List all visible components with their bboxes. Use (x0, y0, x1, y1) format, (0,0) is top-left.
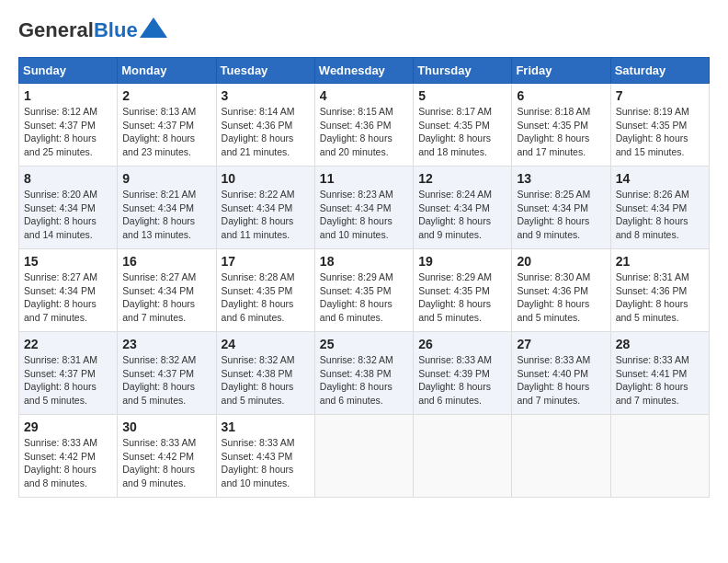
calendar-cell: 11Sunrise: 8:23 AMSunset: 4:34 PMDayligh… (314, 167, 413, 249)
calendar-cell: 19Sunrise: 8:29 AMSunset: 4:35 PMDayligh… (414, 249, 512, 332)
calendar-cell: 17Sunrise: 8:28 AMSunset: 4:35 PMDayligh… (216, 249, 314, 332)
calendar-cell: 28Sunrise: 8:33 AMSunset: 4:41 PMDayligh… (610, 332, 709, 415)
weekday-header: Friday (512, 58, 610, 84)
weekday-header: Thursday (414, 58, 512, 84)
day-info: Sunrise: 8:17 AMSunset: 4:35 PMDaylight:… (418, 105, 506, 159)
weekday-header: Wednesday (314, 58, 413, 84)
day-number: 10 (222, 171, 310, 186)
day-info: Sunrise: 8:33 AMSunset: 4:40 PMDaylight:… (517, 353, 605, 408)
day-number: 16 (122, 254, 210, 269)
day-number: 24 (222, 337, 310, 351)
day-info: Sunrise: 8:33 AMSunset: 4:41 PMDaylight:… (616, 353, 704, 408)
calendar-cell: 24Sunrise: 8:32 AMSunset: 4:38 PMDayligh… (216, 332, 314, 415)
day-info: Sunrise: 8:13 AMSunset: 4:37 PMDaylight:… (122, 105, 210, 159)
logo-icon (140, 17, 167, 38)
calendar-cell: 3Sunrise: 8:14 AMSunset: 4:36 PMDaylight… (216, 84, 314, 167)
day-number: 20 (517, 254, 605, 269)
calendar-cell (610, 415, 709, 498)
day-info: Sunrise: 8:26 AMSunset: 4:34 PMDaylight:… (616, 188, 704, 242)
calendar-cell (314, 415, 413, 498)
page-header: GeneralBlue (18, 18, 710, 42)
day-info: Sunrise: 8:29 AMSunset: 4:35 PMDaylight:… (418, 270, 506, 325)
calendar-cell: 30Sunrise: 8:33 AMSunset: 4:42 PMDayligh… (118, 415, 216, 498)
day-info: Sunrise: 8:14 AMSunset: 4:36 PMDaylight:… (222, 105, 310, 159)
day-info: Sunrise: 8:33 AMSunset: 4:39 PMDaylight:… (418, 353, 506, 408)
day-info: Sunrise: 8:32 AMSunset: 4:38 PMDaylight:… (320, 353, 408, 408)
calendar-cell: 6Sunrise: 8:18 AMSunset: 4:35 PMDaylight… (512, 84, 610, 167)
calendar-cell: 15Sunrise: 8:27 AMSunset: 4:34 PMDayligh… (19, 249, 118, 332)
day-number: 18 (320, 254, 408, 269)
weekday-header: Tuesday (216, 58, 314, 84)
day-number: 30 (122, 419, 210, 434)
day-info: Sunrise: 8:24 AMSunset: 4:34 PMDaylight:… (418, 188, 506, 242)
calendar-cell: 21Sunrise: 8:31 AMSunset: 4:36 PMDayligh… (610, 249, 709, 332)
day-number: 19 (418, 254, 506, 269)
day-number: 29 (24, 419, 112, 434)
day-info: Sunrise: 8:23 AMSunset: 4:34 PMDaylight:… (320, 188, 408, 242)
calendar-cell (414, 415, 512, 498)
day-number: 22 (24, 337, 112, 351)
calendar-table: SundayMondayTuesdayWednesdayThursdayFrid… (18, 57, 710, 498)
weekday-header: Monday (118, 58, 216, 84)
day-number: 15 (24, 254, 112, 269)
day-info: Sunrise: 8:28 AMSunset: 4:35 PMDaylight:… (222, 270, 310, 325)
day-number: 17 (222, 254, 310, 269)
day-info: Sunrise: 8:31 AMSunset: 4:36 PMDaylight:… (616, 270, 704, 325)
calendar-cell: 14Sunrise: 8:26 AMSunset: 4:34 PMDayligh… (610, 167, 709, 249)
day-number: 1 (24, 88, 112, 103)
calendar-cell: 13Sunrise: 8:25 AMSunset: 4:34 PMDayligh… (512, 167, 610, 249)
calendar-cell: 12Sunrise: 8:24 AMSunset: 4:34 PMDayligh… (414, 167, 512, 249)
calendar-cell: 10Sunrise: 8:22 AMSunset: 4:34 PMDayligh… (216, 167, 314, 249)
day-info: Sunrise: 8:22 AMSunset: 4:34 PMDaylight:… (222, 188, 310, 242)
logo-text: GeneralBlue (18, 18, 138, 42)
day-info: Sunrise: 8:33 AMSunset: 4:43 PMDaylight:… (222, 436, 310, 490)
calendar-cell: 7Sunrise: 8:19 AMSunset: 4:35 PMDaylight… (610, 84, 709, 167)
day-number: 8 (24, 171, 112, 186)
day-info: Sunrise: 8:25 AMSunset: 4:34 PMDaylight:… (517, 188, 605, 242)
calendar-cell: 29Sunrise: 8:33 AMSunset: 4:42 PMDayligh… (19, 415, 118, 498)
day-number: 28 (616, 337, 704, 351)
day-number: 26 (418, 337, 506, 351)
calendar-cell: 16Sunrise: 8:27 AMSunset: 4:34 PMDayligh… (118, 249, 216, 332)
day-info: Sunrise: 8:21 AMSunset: 4:34 PMDaylight:… (122, 188, 210, 242)
calendar-cell: 27Sunrise: 8:33 AMSunset: 4:40 PMDayligh… (512, 332, 610, 415)
calendar-week-row: 1Sunrise: 8:12 AMSunset: 4:37 PMDaylight… (19, 84, 710, 167)
day-number: 3 (222, 88, 310, 103)
calendar-cell: 22Sunrise: 8:31 AMSunset: 4:37 PMDayligh… (19, 332, 118, 415)
calendar-cell: 4Sunrise: 8:15 AMSunset: 4:36 PMDaylight… (314, 84, 413, 167)
calendar-cell: 5Sunrise: 8:17 AMSunset: 4:35 PMDaylight… (414, 84, 512, 167)
svg-marker-0 (140, 17, 167, 38)
day-number: 14 (616, 171, 704, 186)
day-number: 4 (320, 88, 408, 103)
day-number: 2 (122, 88, 210, 103)
day-info: Sunrise: 8:29 AMSunset: 4:35 PMDaylight:… (320, 270, 408, 325)
calendar-cell: 8Sunrise: 8:20 AMSunset: 4:34 PMDaylight… (19, 167, 118, 249)
day-info: Sunrise: 8:32 AMSunset: 4:38 PMDaylight:… (222, 353, 310, 408)
weekday-header: Sunday (19, 58, 118, 84)
day-info: Sunrise: 8:18 AMSunset: 4:35 PMDaylight:… (517, 105, 605, 159)
calendar-header-row: SundayMondayTuesdayWednesdayThursdayFrid… (19, 58, 710, 84)
calendar-cell: 18Sunrise: 8:29 AMSunset: 4:35 PMDayligh… (314, 249, 413, 332)
day-info: Sunrise: 8:27 AMSunset: 4:34 PMDaylight:… (24, 270, 112, 325)
calendar-cell (512, 415, 610, 498)
day-number: 12 (418, 171, 506, 186)
day-number: 31 (222, 419, 310, 434)
calendar-cell: 1Sunrise: 8:12 AMSunset: 4:37 PMDaylight… (19, 84, 118, 167)
calendar-week-row: 22Sunrise: 8:31 AMSunset: 4:37 PMDayligh… (19, 332, 710, 415)
logo: GeneralBlue (18, 18, 167, 42)
day-number: 27 (517, 337, 605, 351)
calendar-cell: 31Sunrise: 8:33 AMSunset: 4:43 PMDayligh… (216, 415, 314, 498)
day-info: Sunrise: 8:31 AMSunset: 4:37 PMDaylight:… (24, 353, 112, 408)
day-info: Sunrise: 8:32 AMSunset: 4:37 PMDaylight:… (122, 353, 210, 408)
day-number: 25 (320, 337, 408, 351)
calendar-week-row: 15Sunrise: 8:27 AMSunset: 4:34 PMDayligh… (19, 249, 710, 332)
calendar-week-row: 29Sunrise: 8:33 AMSunset: 4:42 PMDayligh… (19, 415, 710, 498)
day-info: Sunrise: 8:15 AMSunset: 4:36 PMDaylight:… (320, 105, 408, 159)
day-info: Sunrise: 8:19 AMSunset: 4:35 PMDaylight:… (616, 105, 704, 159)
calendar-week-row: 8Sunrise: 8:20 AMSunset: 4:34 PMDaylight… (19, 167, 710, 249)
day-number: 23 (122, 337, 210, 351)
calendar-cell: 23Sunrise: 8:32 AMSunset: 4:37 PMDayligh… (118, 332, 216, 415)
calendar-cell: 20Sunrise: 8:30 AMSunset: 4:36 PMDayligh… (512, 249, 610, 332)
day-info: Sunrise: 8:33 AMSunset: 4:42 PMDaylight:… (24, 436, 112, 490)
day-number: 6 (517, 88, 605, 103)
